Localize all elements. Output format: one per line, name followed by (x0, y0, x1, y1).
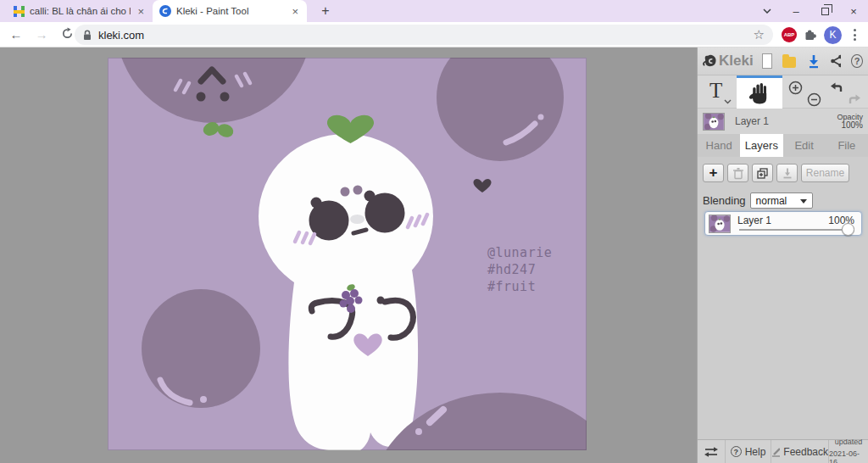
kleki-favicon (159, 5, 171, 17)
canvas-workspace: @lunarie #hd247 #fruit (0, 47, 697, 463)
chrome-menu-icon[interactable] (849, 29, 861, 41)
forward-button[interactable]: → (31, 27, 53, 42)
merge-down-icon (782, 167, 793, 180)
layer-opacity-slider[interactable] (739, 229, 848, 231)
undo-button[interactable] (828, 81, 843, 93)
new-image-button[interactable] (762, 53, 772, 69)
rename-layer-button[interactable]: Rename (801, 164, 849, 182)
chevron-down-icon (724, 99, 732, 104)
extensions-area: ABP K (782, 22, 868, 47)
tab-title: calli: BL là chân ái cho hỏi mấy bạ (30, 6, 131, 16)
app-brand: Kleki (719, 53, 754, 70)
duplicate-icon (756, 167, 769, 180)
address-bar[interactable]: kleki.com ☆ (75, 25, 773, 45)
blending-row: Blending normal (703, 192, 813, 209)
minimize-button[interactable]: – (782, 0, 810, 22)
right-eye (365, 193, 405, 233)
swap-layout-button[interactable] (698, 440, 725, 463)
kleki-sidebar: Kleki ? T (697, 47, 868, 463)
tab-strip: calli: BL là chân ái cho hỏi mấy bạ × Kl… (0, 0, 868, 22)
credit-tag1: #hd247 (487, 262, 536, 277)
layer-item-thumbnail (709, 215, 731, 233)
credit-tag2: #fruit (487, 279, 536, 294)
opacity-readout: Opacity 100% (837, 113, 863, 130)
layer-list-item[interactable]: Layer 1 100% (704, 211, 862, 236)
tool-row: T (698, 75, 868, 109)
active-layer-name: Layer 1 (735, 115, 769, 127)
lock-icon (83, 30, 92, 41)
calli-favicon (14, 6, 25, 17)
back-button[interactable]: ← (5, 27, 27, 42)
tab-layers[interactable]: Layers (740, 134, 782, 157)
sidebar-footer: ? Help Feedback updated 2021-06-16 (698, 439, 868, 463)
zoom-out-button[interactable] (807, 92, 821, 107)
layer-preview-row[interactable]: Layer 1 Opacity 100% (698, 109, 868, 134)
tab-edit[interactable]: Edit (783, 134, 826, 157)
tab-title: Kleki - Paint Tool (176, 6, 285, 16)
duplicate-layer-button[interactable] (752, 164, 773, 182)
swap-arrows-icon (704, 446, 719, 458)
help-icon: ? (731, 446, 742, 457)
close-tab-icon[interactable]: × (290, 5, 300, 18)
kleki-logo-icon (703, 53, 717, 70)
new-tab-button[interactable]: + (317, 3, 334, 20)
browser-toolbar: ← → kleki.com ☆ ABP K (0, 22, 868, 47)
delete-layer-button[interactable] (727, 164, 748, 182)
bookmark-star-icon[interactable]: ☆ (754, 27, 765, 42)
add-layer-button[interactable]: + (703, 164, 724, 182)
close-tab-icon[interactable]: × (136, 5, 146, 18)
hand-icon (749, 82, 770, 104)
sidebar-tabs: Hand Layers Edit File (698, 134, 868, 157)
help-button[interactable]: ? (851, 54, 863, 68)
download-button[interactable] (807, 54, 819, 69)
close-window-button[interactable]: × (839, 0, 868, 22)
browser-window: calli: BL là chân ái cho hỏi mấy bạ × Kl… (0, 0, 868, 463)
share-button[interactable] (830, 54, 842, 68)
tab-kleki[interactable]: Kleki - Paint Tool × (153, 0, 307, 22)
slider-knob[interactable] (842, 223, 854, 236)
layer-item-name: Layer 1 (737, 215, 771, 226)
tab-hand[interactable]: Hand (698, 134, 740, 157)
hand-tool-button[interactable] (737, 75, 782, 109)
trash-icon (732, 167, 744, 180)
restore-icon (821, 8, 829, 15)
restore-button[interactable] (810, 0, 839, 22)
profile-avatar[interactable]: K (824, 26, 842, 44)
credit-handle: @lunarie (487, 245, 552, 260)
paint-canvas[interactable]: @lunarie #hd247 #fruit (108, 58, 587, 450)
tab-file[interactable]: File (826, 134, 868, 157)
zoom-in-button[interactable] (788, 81, 803, 95)
adblock-extension-icon[interactable]: ABP (782, 27, 797, 42)
text-tool-button[interactable]: T (704, 76, 732, 108)
footer-help-button[interactable]: ? Help (725, 440, 771, 463)
extensions-puzzle-icon[interactable] (804, 28, 817, 42)
app-header: Kleki ? (698, 47, 868, 75)
footer-feedback-button[interactable]: Feedback (771, 440, 828, 463)
window-controls: – × (753, 0, 868, 22)
grape-bottom-left (142, 289, 260, 408)
tab-search-icon[interactable] (753, 0, 782, 22)
tab-calli[interactable]: calli: BL là chân ái cho hỏi mấy bạ × (7, 0, 153, 22)
redo-button[interactable] (848, 93, 863, 105)
layer-thumbnail (703, 113, 725, 131)
updated-info: updated 2021-06-16 (828, 440, 868, 463)
pencil-icon (771, 447, 780, 457)
merge-layer-button[interactable] (776, 164, 798, 182)
layer-actions: + (703, 164, 849, 182)
blending-label: Blending (703, 194, 746, 207)
url-text[interactable]: kleki.com (98, 29, 754, 42)
layers-panel: + (698, 157, 868, 439)
blending-select[interactable]: normal (750, 192, 813, 209)
open-file-button[interactable] (782, 57, 796, 68)
